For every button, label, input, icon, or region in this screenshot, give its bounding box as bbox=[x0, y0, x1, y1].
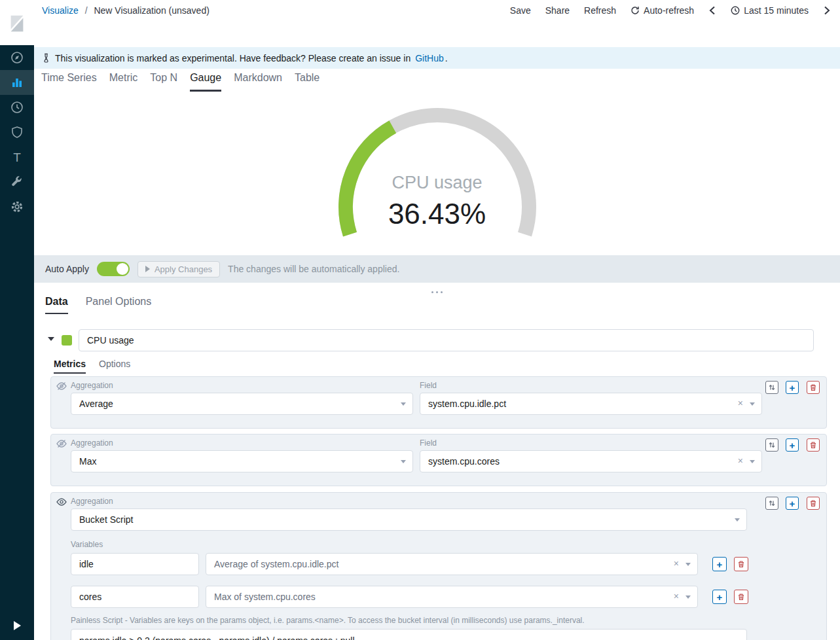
clear-icon[interactable]: × bbox=[674, 558, 679, 569]
chevron-down-icon bbox=[401, 460, 406, 463]
painless-script-textarea[interactable]: params.idle > 0.2 (params.cores - params… bbox=[71, 629, 747, 640]
top-header: Visualize / New Visualization (unsaved) … bbox=[34, 0, 840, 47]
play-icon bbox=[145, 266, 150, 272]
apply-changes-button[interactable]: Apply Changes bbox=[137, 261, 220, 277]
auto-apply-hint: The changes will be automatically applie… bbox=[228, 264, 399, 274]
field-label: Field bbox=[420, 438, 437, 448]
sort-arrows-icon bbox=[768, 383, 776, 391]
aggregation-label: Aggregation bbox=[71, 497, 113, 506]
auto-apply-toggle[interactable] bbox=[97, 262, 130, 276]
save-button[interactable]: Save bbox=[510, 5, 531, 16]
field-combo[interactable]: system.cpu.idle.pct × bbox=[420, 393, 762, 415]
field-label: Field bbox=[420, 381, 437, 390]
wrench-icon bbox=[10, 175, 24, 188]
sidebar-item-letter-t[interactable]: T bbox=[0, 145, 34, 169]
kibana-app: T Visualize / New Visualization (unsaved… bbox=[0, 0, 840, 640]
eye-slash-icon[interactable] bbox=[56, 438, 67, 452]
series-color-swatch[interactable] bbox=[62, 335, 72, 346]
painless-script-label: Painless Script - Variables are keys on … bbox=[71, 616, 585, 625]
tab-time-series[interactable]: Time Series bbox=[41, 72, 97, 92]
trash-icon bbox=[809, 499, 817, 507]
delete-variable-button[interactable] bbox=[734, 590, 748, 604]
aggregation-value: Average bbox=[79, 399, 113, 409]
sidebar-item-visualize[interactable] bbox=[0, 70, 34, 95]
delete-metric-button[interactable] bbox=[807, 381, 820, 394]
tab-markdown[interactable]: Markdown bbox=[234, 72, 282, 92]
tab-top-n[interactable]: Top N bbox=[150, 72, 177, 92]
variables-label: Variables bbox=[71, 540, 103, 549]
github-link[interactable]: GitHub bbox=[415, 53, 444, 63]
chevron-down-icon bbox=[750, 402, 755, 406]
variable-metric-combo[interactable]: Max of system.cpu.cores × bbox=[206, 586, 698, 608]
chevron-down-icon bbox=[750, 460, 755, 463]
breadcrumb-visualize-link[interactable]: Visualize bbox=[42, 5, 79, 16]
reorder-metric-button[interactable] bbox=[765, 497, 778, 510]
time-forward-button[interactable] bbox=[823, 6, 831, 15]
chevron-down-icon bbox=[735, 518, 740, 522]
clear-icon[interactable]: × bbox=[738, 455, 743, 466]
reorder-metric-button[interactable] bbox=[765, 438, 778, 452]
kibana-logo[interactable] bbox=[0, 0, 34, 45]
tab-panel-options[interactable]: Panel Options bbox=[86, 296, 152, 314]
panel-resize-handle[interactable] bbox=[34, 286, 840, 298]
metric-row-average: Aggregation Average Field system.cpu.idl… bbox=[50, 376, 827, 429]
aggregation-label: Aggregation bbox=[71, 381, 113, 390]
delete-metric-button[interactable] bbox=[807, 497, 820, 510]
delete-metric-button[interactable] bbox=[807, 438, 820, 452]
sidebar-item-dev-tools[interactable] bbox=[0, 169, 34, 194]
tab-table[interactable]: Table bbox=[295, 72, 320, 92]
variable-name-input[interactable] bbox=[71, 586, 199, 608]
field-value: system.cpu.cores bbox=[428, 456, 500, 467]
sort-arrows-icon bbox=[768, 441, 776, 449]
refresh-button[interactable]: Refresh bbox=[584, 5, 616, 16]
variable-metric-value: Average of system.cpu.idle.pct bbox=[214, 559, 338, 569]
sidebar-item-management[interactable] bbox=[0, 194, 34, 219]
kibana-logo-icon bbox=[7, 13, 27, 33]
aggregation-select[interactable]: Max bbox=[71, 450, 413, 472]
share-button[interactable]: Share bbox=[545, 5, 570, 16]
auto-refresh-button[interactable]: Auto-refresh bbox=[630, 5, 694, 16]
add-variable-button[interactable]: + bbox=[712, 557, 727, 571]
variable-name-input[interactable] bbox=[71, 553, 199, 575]
clock-icon bbox=[731, 6, 740, 15]
reorder-metric-button[interactable] bbox=[765, 381, 778, 394]
series-collapse-caret[interactable] bbox=[48, 337, 54, 341]
breadcrumb-separator: / bbox=[85, 5, 88, 16]
aggregation-select[interactable]: Average bbox=[71, 393, 413, 415]
gear-icon bbox=[10, 200, 24, 213]
variable-metric-combo[interactable]: Average of system.cpu.idle.pct × bbox=[206, 553, 698, 575]
sidebar-item-clock[interactable] bbox=[0, 95, 34, 120]
sidebar-item-shield[interactable] bbox=[0, 120, 34, 145]
sort-arrows-icon bbox=[768, 499, 776, 507]
tab-options[interactable]: Options bbox=[99, 359, 130, 374]
field-combo[interactable]: system.cpu.cores × bbox=[420, 450, 762, 472]
tab-data[interactable]: Data bbox=[45, 296, 68, 314]
time-picker-button[interactable]: Last 15 minutes bbox=[731, 5, 809, 16]
tab-metrics[interactable]: Metrics bbox=[54, 359, 86, 374]
aggregation-select[interactable]: Bucket Script bbox=[71, 508, 747, 531]
add-variable-button[interactable]: + bbox=[712, 590, 727, 604]
clear-icon[interactable]: × bbox=[738, 398, 743, 408]
eye-icon[interactable] bbox=[56, 497, 67, 510]
add-metric-button[interactable]: + bbox=[786, 381, 799, 394]
apply-changes-label: Apply Changes bbox=[155, 264, 212, 274]
series-name-input[interactable] bbox=[79, 329, 814, 351]
gauge-series-label: CPU usage bbox=[34, 173, 840, 193]
add-metric-button[interactable]: + bbox=[786, 497, 799, 510]
collapse-nav-button[interactable] bbox=[0, 618, 34, 633]
editor-tabs: Data Panel Options bbox=[45, 296, 151, 314]
tab-gauge[interactable]: Gauge bbox=[190, 72, 221, 92]
header-actions: Save Share Refresh Auto-refresh bbox=[510, 5, 831, 16]
eye-slash-icon[interactable] bbox=[56, 381, 67, 394]
clear-icon[interactable]: × bbox=[674, 591, 679, 601]
delete-variable-button[interactable] bbox=[734, 557, 748, 571]
tab-metric[interactable]: Metric bbox=[109, 72, 138, 92]
sidebar-item-compass[interactable] bbox=[0, 45, 34, 70]
chevron-down-icon bbox=[685, 596, 691, 599]
add-metric-button[interactable]: + bbox=[786, 438, 799, 452]
aggregation-label: Aggregation bbox=[71, 438, 113, 448]
auto-apply-label: Auto Apply bbox=[45, 264, 89, 274]
time-back-button[interactable] bbox=[708, 6, 716, 15]
gauge-value: 36.43% bbox=[34, 198, 840, 230]
gauge-visualization: CPU usage 36.43% bbox=[34, 102, 840, 254]
